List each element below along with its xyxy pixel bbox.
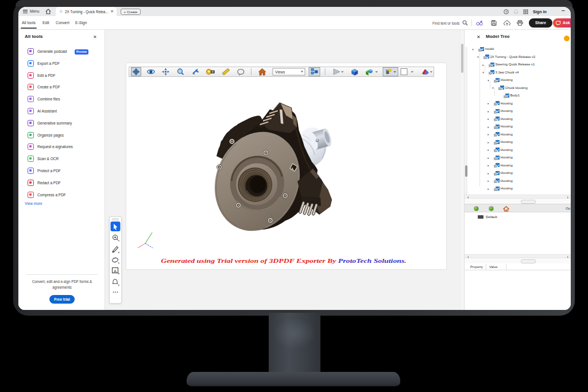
- svg-text:?: ?: [505, 10, 508, 13]
- svg-text:Views: Views: [275, 69, 285, 73]
- svg-text:A: A: [114, 269, 117, 274]
